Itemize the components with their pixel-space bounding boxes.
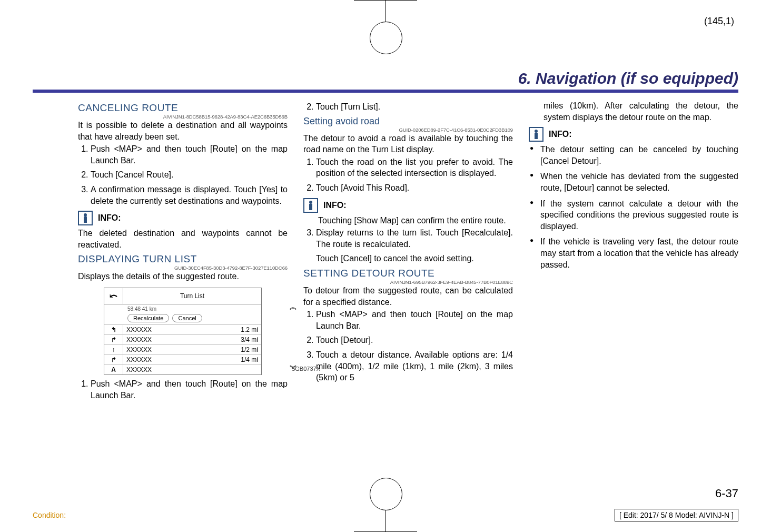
heading-canceling-route: CANCELING ROUTE	[78, 102, 288, 114]
bullet: The detour setting can be canceled by to…	[529, 144, 738, 166]
guid-avoid: GUID-0206ED89-2F7C-41C6-8531-0E0C2FD3B10…	[303, 127, 513, 133]
recalculate-button: Recalculate	[127, 314, 169, 322]
content-columns: CANCELING ROUTE AIVINJN1-8DC58B15-9628-4…	[78, 100, 738, 469]
distance: 1/2 mi	[233, 345, 261, 354]
guid-turn-list: GUID-30EC4F85-30D3-4792-8E7F-3027E110DC6…	[78, 265, 288, 271]
paragraph: It is possible to delete a destination a…	[78, 120, 288, 142]
info-label: INFO:	[549, 130, 572, 139]
bullet: If the vehicle is traveling very fast, t…	[529, 236, 738, 270]
back-icon: ⤺	[104, 288, 123, 304]
turn-list-title: Turn List	[123, 290, 261, 302]
road-name: XXXXXX	[123, 335, 233, 344]
heading-setting-avoid-road: Setting avoid road	[303, 116, 513, 127]
steps-turn-list: Push <MAP> and then touch [Route] on the…	[78, 378, 288, 401]
column-1: CANCELING ROUTE AIVINJN1-8DC58B15-9628-4…	[78, 100, 288, 469]
step: Push <MAP> and then touch [Route] on the…	[91, 143, 288, 166]
steps-avoid: Touch the road on the list you prefer to…	[303, 156, 513, 194]
step: Touch [Turn List].	[316, 101, 513, 113]
road-name: XXXXXX	[123, 345, 233, 354]
heading-setting-detour-route: SETTING DETOUR ROUTE	[303, 268, 513, 279]
cancel-button: Cancel	[172, 314, 202, 322]
column-2: Touch [Turn List]. Setting avoid road GU…	[303, 100, 513, 469]
guid-detour: AIVINJN1-695B7962-3FE9-4EAB-B845-77B0F01…	[303, 279, 513, 285]
paragraph: The detour to avoid a road is available …	[303, 133, 513, 155]
step: Touch [Avoid This Road].	[316, 182, 513, 194]
turn-dir-icon: ↰	[104, 325, 123, 334]
steps-cancel: Push <MAP> and then touch [Route] on the…	[78, 143, 288, 206]
turn-dir-icon: ↱	[104, 335, 123, 344]
info-label: INFO:	[98, 213, 121, 223]
turn-list-screenshot: ⤺ Turn List 58:48 41 km Recalculate Canc…	[104, 288, 262, 375]
steps-turn-list-cont: Touch [Turn List].	[303, 101, 513, 113]
crop-mark-top	[354, 0, 417, 63]
crop-mark-bottom	[354, 469, 417, 532]
figure-ref: 5GB0737X	[292, 366, 320, 372]
turn-list-figure: ⤺ Turn List 58:48 41 km Recalculate Canc…	[78, 288, 288, 375]
bullet: If the system cannot calculate a detour …	[529, 198, 738, 232]
info-icon	[78, 211, 93, 225]
info-callout: INFO:	[529, 127, 738, 142]
footer: Condition: [ Edit: 2017/ 5/ 8 Model: AIV…	[33, 509, 738, 521]
distance: 1/4 mi	[233, 355, 261, 364]
info-callout: INFO:	[303, 198, 513, 213]
section-title: 6. Navigation (if so equipped)	[518, 70, 738, 87]
info-icon	[303, 198, 318, 213]
info-icon	[529, 127, 543, 142]
steps-detour: Push <MAP> and then touch [Route] on the…	[303, 309, 513, 383]
road-name: XXXXXX	[123, 325, 233, 334]
paragraph: To detour from the suggested route, can …	[303, 285, 513, 308]
column-3: miles (10km). After calculating the deto…	[529, 100, 738, 469]
guid-canceling-route: AIVINJN1-8DC58B15-9628-42A9-83C4-AE2C6B3…	[78, 114, 288, 120]
road-name: XXXXXX	[123, 365, 233, 375]
turn-dir-icon: A	[104, 365, 123, 375]
bullet: When the vehicle has deviated from the s…	[529, 171, 738, 193]
heading-turn-list: DISPLAYING TURN LIST	[78, 253, 288, 265]
turn-dir-icon: ↱	[104, 355, 123, 364]
header-rule	[33, 90, 738, 93]
footer-edit-info: [ Edit: 2017/ 5/ 8 Model: AIVINJ-N ]	[615, 509, 738, 521]
info-text: The deleted destination and waypoints ca…	[78, 228, 288, 250]
step: Push <MAP> and then touch [Route] on the…	[91, 378, 288, 401]
page-number: 6-37	[715, 487, 738, 500]
step: Push <MAP> and then touch [Route] on the…	[316, 309, 513, 331]
turn-dir-icon: ↑	[104, 345, 123, 354]
step: Touch the road on the list you prefer to…	[316, 156, 513, 179]
info-label: INFO:	[323, 201, 347, 210]
distance: 1.2 mi	[233, 325, 261, 334]
step: Touch [Detour].	[316, 334, 513, 346]
step: Display returns to the turn list. Touch …	[316, 227, 513, 264]
footer-condition: Condition:	[33, 511, 66, 519]
turn-list-meta: 58:48 41 km	[104, 304, 261, 313]
info-callout: INFO:	[78, 211, 288, 225]
step: Touch [Cancel Route].	[91, 169, 288, 181]
page-grid-coord: (145,1)	[704, 16, 734, 27]
step: Touch a detour distance. Available optio…	[316, 349, 513, 383]
road-name: XXXXXX	[123, 355, 233, 364]
distance	[233, 365, 261, 375]
steps-avoid-cont: Display returns to the turn list. Touch …	[303, 227, 513, 264]
step-continuation: miles (10km). After calculating the deto…	[543, 100, 738, 123]
step-sub: Touch [Cancel] to cancel the avoid setti…	[316, 253, 513, 264]
step: A confirmation message is displayed. Tou…	[91, 184, 288, 206]
distance: 3/4 mi	[233, 335, 261, 344]
scroll-up-icon: ︽	[290, 302, 297, 312]
paragraph: Displays the details of the suggested ro…	[78, 271, 288, 282]
info-text: Touching [Show Map] can confirm the enti…	[318, 215, 513, 226]
info-bullets: The detour setting can be canceled by to…	[529, 144, 738, 270]
